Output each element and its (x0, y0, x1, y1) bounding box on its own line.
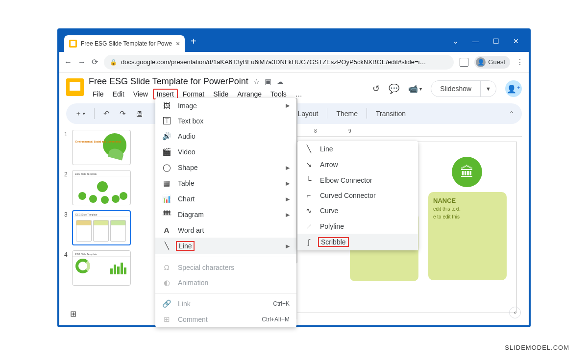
divider (155, 257, 296, 257)
menu-item-shape[interactable]: ◯Shape▶ (155, 160, 296, 175)
insert-dropdown: 🖼Image▶ 🅃Text box 🔊Audio 🎬Video ◯Shape▶ … (155, 98, 296, 327)
label: Comment (178, 315, 208, 323)
slide-thumbnail-4[interactable]: ESG Slide Template (72, 250, 131, 286)
label: Elbow Connector (320, 176, 372, 184)
new-slide-button[interactable]: ＋ ▾ (72, 107, 88, 120)
label: Curve (320, 207, 338, 215)
thumb1-title: Environmental, Social and Governance (75, 140, 121, 143)
submenu-item-scribble[interactable]: ʃScribble (297, 234, 418, 250)
submenu-item-curve[interactable]: ∿Curve (297, 203, 418, 218)
maximize-icon[interactable]: ☐ (493, 37, 499, 45)
guest-label: Guest (488, 58, 505, 66)
menu-item-diagram[interactable]: ᚙDiagram▶ (155, 207, 296, 222)
circle-graphic (97, 181, 108, 192)
menu-item-wordart[interactable]: AWord art (155, 222, 296, 238)
side-panel-toggle[interactable]: ‹ (509, 307, 521, 318)
menu-item-chart[interactable]: 📊Chart▶ (155, 191, 296, 207)
menu-view[interactable]: View (129, 89, 152, 99)
bars-graphic (110, 261, 126, 274)
governance-box: NANCE edit this text. e to edit this (428, 192, 507, 280)
shortcut: Ctrl+Alt+M (262, 316, 290, 323)
menu-edit[interactable]: Edit (109, 89, 128, 99)
history-icon[interactable]: ↺ (372, 83, 380, 94)
lock-icon: 🔒 (110, 59, 117, 66)
thumb4-header: ESG Slide Template (73, 251, 130, 257)
menu-item-line[interactable]: ╲Line▶ (155, 238, 296, 254)
address-bar: ← → ⟳ 🔒 docs.google.com/presentation/d/1… (59, 52, 529, 73)
thumb2-header: ESG Slide Template (73, 170, 130, 176)
submenu-arrow-icon: ▶ (286, 165, 290, 171)
menu-item-image[interactable]: 🖼Image▶ (155, 98, 296, 113)
slides-favicon-icon (69, 40, 77, 48)
url-input[interactable]: 🔒 docs.google.com/presentation/d/1aKA6T3… (104, 55, 454, 70)
slide-thumbnail-3[interactable]: ESG Slide Template (72, 210, 131, 245)
forward-icon[interactable]: → (78, 58, 86, 67)
toolbar-collapse-icon[interactable]: ⌃ (507, 110, 516, 117)
close-icon[interactable]: ✕ (513, 37, 519, 45)
table-icon: ▦ (162, 179, 171, 188)
share-button[interactable]: 👤⁺ (505, 80, 522, 97)
submenu-arrow-icon: ▶ (286, 243, 290, 249)
tab-close-icon[interactable]: × (176, 40, 180, 48)
line-submenu: ╲Line ↘Arrow └Elbow Connector ⌐Curved Co… (297, 141, 418, 250)
transition-button[interactable]: Transition (372, 108, 410, 120)
menu-item-animation: ◐Animation (155, 275, 296, 291)
separator (327, 108, 327, 119)
slideshow-main[interactable]: Slideshow (431, 81, 481, 97)
label: Text box (178, 117, 203, 125)
circle-graphic (101, 196, 109, 204)
submenu-item-curved[interactable]: ⌐Curved Connector (297, 188, 418, 203)
browser-tab[interactable]: Free ESG Slide Template for Powe × (64, 35, 185, 52)
avatar-icon: 👤 (476, 57, 486, 67)
menu-item-audio[interactable]: 🔊Audio (155, 128, 296, 144)
chevron-down-icon[interactable]: ⌄ (453, 37, 459, 45)
slides-logo-icon[interactable] (66, 78, 84, 96)
submenu-item-line[interactable]: ╲Line (297, 141, 418, 157)
grid-view-icon[interactable]: ⊞ (70, 309, 76, 318)
menu-item-textbox[interactable]: 🅃Text box (155, 113, 296, 128)
meet-button[interactable]: 📹 ▾ (408, 84, 422, 94)
menu-item-video[interactable]: 🎬Video (155, 144, 296, 160)
star-icon[interactable]: ☆ (253, 77, 260, 86)
move-folder-icon[interactable]: ▣ (265, 77, 271, 86)
comments-icon[interactable]: 💬 (389, 83, 399, 94)
document-title[interactable]: Free ESG Slide Template for PowerPoint (89, 76, 248, 87)
circle-graphic (78, 192, 86, 200)
window-controls: ⌄ ― ☐ ✕ (453, 37, 529, 45)
print-icon[interactable]: 🖶 (133, 108, 146, 120)
circle-graphic (120, 192, 127, 200)
slide-thumbnail-1[interactable]: Environmental, Social and Governance (72, 130, 131, 165)
back-icon[interactable]: ← (64, 58, 72, 67)
label: Table (178, 179, 194, 187)
extension-icon[interactable] (460, 58, 468, 67)
new-tab-button[interactable]: + (191, 36, 196, 47)
cards-graphic (76, 220, 126, 242)
submenu-item-elbow[interactable]: └Elbow Connector (297, 172, 418, 188)
label: Animation (178, 279, 208, 287)
undo-icon[interactable]: ↶ (100, 107, 113, 120)
menu-file[interactable]: File (89, 89, 108, 99)
redo-icon[interactable]: ↷ (117, 107, 129, 120)
slideshow-dropdown[interactable]: ▼ (481, 82, 496, 96)
titlebar: Free ESG Slide Template for Powe × + ⌄ ―… (59, 30, 529, 52)
label: Video (178, 148, 196, 156)
profile-chip[interactable]: 👤 Guest (474, 56, 510, 69)
theme-button[interactable]: Theme (332, 108, 362, 120)
slide-thumbnail-2[interactable]: ESG Slide Template (72, 170, 131, 205)
special-chars-icon: Ω (162, 263, 171, 271)
menu-item-special-chars: ΩSpecial characters (155, 260, 296, 275)
shortcut: Ctrl+K (273, 300, 290, 307)
reload-icon[interactable]: ⟳ (92, 57, 98, 67)
layout-button[interactable]: Layout (294, 108, 322, 120)
menu-dots-icon[interactable]: ⋮ (516, 57, 524, 67)
submenu-item-polyline[interactable]: ⟋Polyline (297, 218, 418, 234)
menu-item-table[interactable]: ▦Table▶ (155, 175, 296, 191)
slideshow-button: Slideshow ▼ (431, 80, 496, 97)
textbox-icon: 🅃 (162, 117, 171, 125)
comment-icon: ⊞ (162, 315, 171, 324)
submenu-item-arrow[interactable]: ↘Arrow (297, 157, 418, 172)
minimize-icon[interactable]: ― (472, 37, 479, 45)
label: Link (178, 300, 191, 308)
label: Arrow (320, 161, 338, 169)
thumb-number: 2 (64, 170, 69, 178)
